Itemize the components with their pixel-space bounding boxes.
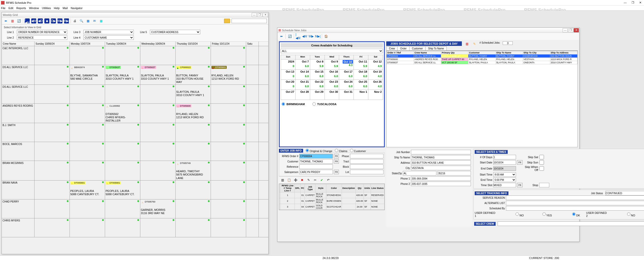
print-icon[interactable]: 🖨: [72, 18, 77, 23]
day-cell[interactable]: [246, 142, 259, 161]
nav-last-month-icon[interactable]: M▶|: [64, 18, 69, 23]
day-cell[interactable]: [105, 218, 140, 237]
grid-row[interactable]: ANDRES REYES RODRIG CL100082DT005562CHRI…: [2, 104, 268, 123]
lines-copy-icon[interactable]: 📋: [286, 178, 292, 183]
lines-del-icon[interactable]: ✖: [300, 178, 305, 183]
job-tag[interactable]: CP000022: [176, 66, 191, 69]
menu-window[interactable]: Window: [29, 7, 39, 10]
jobs-delete-icon[interactable]: ▥: [464, 41, 469, 46]
menu-navigator[interactable]: Navigator: [71, 7, 83, 10]
depot-birmingham[interactable]: BIRMINGHAM: [282, 102, 305, 106]
altlist-input[interactable]: [506, 201, 644, 205]
day-cell[interactable]: [140, 104, 176, 123]
tab-crew[interactable]: Crew: [386, 46, 398, 50]
day-cell[interactable]: [211, 199, 246, 218]
sched-refresh-icon[interactable]: 🔄: [287, 34, 292, 39]
day-cell[interactable]: [70, 123, 105, 142]
menu-reports[interactable]: Reports: [16, 7, 26, 10]
day-cell[interactable]: [70, 218, 105, 237]
job-row[interactable]: CP000022DS ALL SERVICE LLCARPET 1200 SFB…: [387, 54, 577, 58]
nav-next-week-icon[interactable]: W▶: [57, 18, 62, 23]
line1-select[interactable]: ORDER NUMBER OR REFERENCE: [17, 30, 67, 34]
day-cell[interactable]: DT005749HEARD, TIMOTHY5875 MOCKINGBIRD L…: [176, 161, 211, 180]
day-cell[interactable]: [140, 181, 176, 199]
reason-input[interactable]: [506, 195, 644, 200]
day-cell[interactable]: DT005801PEOPLES, LAURA5088 CANTEBURY CT.: [105, 181, 140, 199]
nav-prev-week-icon[interactable]: ◀W: [31, 18, 36, 23]
nav-first-month-icon[interactable]: |◀M: [25, 18, 30, 23]
zip-input[interactable]: [437, 171, 471, 176]
child-close[interactable]: ✕: [263, 13, 268, 17]
grid-row[interactable]: DS ALL SERVICE LLCSLAYTON, PAULA3310 COU…: [2, 85, 268, 104]
calendar-cell[interactable]: Oct 104.3: [339, 60, 354, 70]
day-cell[interactable]: [176, 46, 211, 65]
jobs-table[interactable]: Order # / RefCrew NamePrimary QtyCustome…: [386, 51, 578, 147]
day-cell[interactable]: [211, 142, 246, 161]
day-cell[interactable]: [35, 199, 70, 218]
day-cell[interactable]: [211, 161, 246, 180]
customer-input[interactable]: [299, 159, 333, 164]
day-cell[interactable]: [35, 218, 70, 237]
job-tag[interactable]: DT005750: [141, 200, 156, 203]
day-cell[interactable]: [70, 46, 105, 65]
day-cell[interactable]: [140, 46, 176, 65]
day-cell[interactable]: [35, 85, 70, 103]
job-tag[interactable]: DT005801: [106, 181, 121, 184]
grid-icon[interactable]: ▦: [85, 18, 90, 23]
menu-mail[interactable]: Mail: [62, 7, 68, 10]
nav-next-day-icon[interactable]: D▶: [51, 18, 56, 23]
day-cell[interactable]: [105, 199, 140, 218]
sched-nav-first-icon[interactable]: |◀M: [296, 34, 301, 39]
calendar-cell[interactable]: Oct 194.0: [368, 70, 383, 80]
calendar-cell[interactable]: Oct 28: [295, 90, 310, 100]
tab-order[interactable]: Order: [397, 46, 409, 50]
calendar-cell[interactable]: Oct 176.0: [339, 70, 354, 80]
lot-input[interactable]: [350, 170, 383, 174]
day-cell[interactable]: [211, 46, 246, 65]
salesperson-input[interactable]: [299, 170, 333, 174]
ud1-yes[interactable]: YES: [524, 212, 552, 217]
day-cell[interactable]: [246, 85, 259, 103]
calendar-cell[interactable]: Oct 29: [310, 90, 325, 100]
address-input[interactable]: [411, 160, 471, 165]
grid-row[interactable]: BRIAN MCGINNIS DT005749HEARD, TIMOTHY587…: [2, 161, 268, 181]
day-cell[interactable]: [246, 104, 259, 123]
startdate-input[interactable]: [493, 160, 516, 165]
job-tag[interactable]: DT005637: [106, 66, 121, 69]
jobstatus-input[interactable]: [605, 191, 644, 195]
sched-maximize[interactable]: ❐: [568, 28, 573, 32]
ud1-dk[interactable]: DK: [553, 212, 580, 217]
skipwo-check[interactable]: [539, 166, 544, 171]
line-row[interactable]: 101CARPETBULLE ROCKSTONEHEDG420.00SFRESE…: [279, 192, 384, 198]
line3-select[interactable]: JOB NUMBER: [83, 30, 134, 34]
salesperson-f8[interactable]: F8: [334, 170, 339, 174]
line5-select[interactable]: CUSTOMER ADDRESS: [150, 30, 200, 34]
city-input[interactable]: [411, 166, 471, 170]
maximize-button[interactable]: ❐: [632, 1, 634, 4]
shipto-name-input[interactable]: [411, 155, 471, 160]
sched-home-icon[interactable]: 🏠: [324, 34, 329, 39]
grid-row[interactable]: CHAD PERRY DT005750GARNER, MORRIS3116 3R…: [2, 199, 268, 218]
sched-nav-last-icon[interactable]: M▶|: [315, 34, 320, 39]
job-tag[interactable]: DT005601: [211, 66, 227, 69]
day-cell[interactable]: [35, 181, 70, 199]
menu-utilities[interactable]: Utilities: [42, 7, 51, 10]
day-cell[interactable]: [176, 218, 211, 237]
day-cell[interactable]: DT005600RYLAND, HELEN1213 WICK FORD RD: [176, 104, 211, 123]
startdate-f8[interactable]: F8: [517, 160, 523, 165]
calendar-cell[interactable]: Oct 124.9: [368, 60, 383, 70]
lines-plus-icon[interactable]: ➕: [293, 178, 298, 183]
calendar-cell[interactable]: Oct 30: [325, 90, 339, 100]
day-cell[interactable]: [35, 123, 70, 142]
phone2-input[interactable]: [411, 182, 471, 186]
calendar-cell[interactable]: 20240: [281, 60, 296, 70]
ud2-yes[interactable]: YES: [636, 212, 644, 217]
lines-add-icon[interactable]: ▥: [280, 178, 285, 183]
day-cell[interactable]: [176, 123, 211, 142]
calendar-cell[interactable]: Oct 76.0: [295, 60, 310, 70]
calendar-cell[interactable]: Oct 256.0: [354, 80, 368, 90]
calendar-cell[interactable]: Oct 31: [339, 90, 354, 100]
day-cell[interactable]: [70, 199, 105, 218]
sched-nav-prev-icon[interactable]: ◀W: [302, 34, 307, 39]
day-cell[interactable]: DT005750GARNER, MORRIS3116 3RD WAY NE: [140, 199, 176, 218]
